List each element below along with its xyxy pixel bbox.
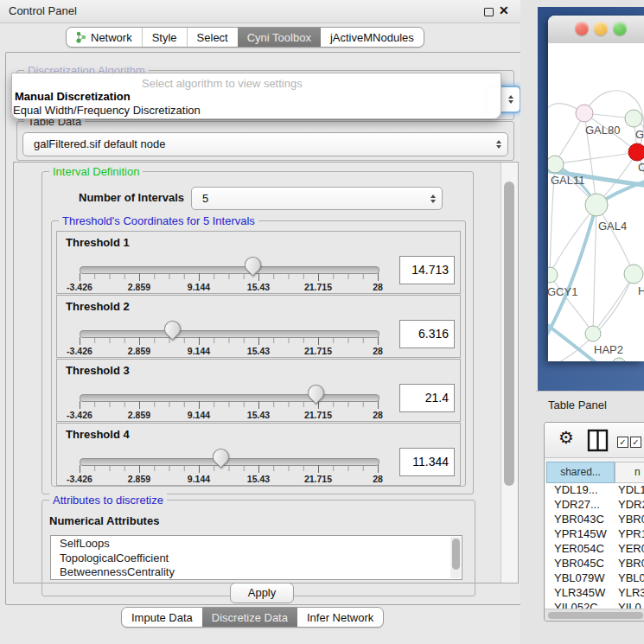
table-row[interactable]: YDL19...YDL1 bbox=[545, 483, 644, 498]
slider-major-tick bbox=[139, 337, 140, 345]
network-node[interactable] bbox=[612, 358, 626, 361]
network-node-label: GAL4 bbox=[598, 220, 627, 233]
cyni-toolbox-panel: Discretization Algorithm Table Data galF… bbox=[5, 52, 521, 605]
slider-major-tick bbox=[199, 465, 200, 473]
threshold-value-box[interactable]: 11.344 bbox=[399, 448, 455, 476]
tab-network[interactable]: Network bbox=[67, 28, 142, 47]
network-node[interactable] bbox=[576, 105, 593, 122]
settings-vertical-scrollbar[interactable] bbox=[501, 163, 518, 583]
dropdown-option-manual[interactable]: Manual Discretization bbox=[15, 90, 131, 103]
network-node[interactable] bbox=[585, 194, 608, 216]
network-window-titlebar[interactable] bbox=[548, 16, 644, 44]
slider-major-tick bbox=[378, 273, 379, 281]
network-node[interactable] bbox=[628, 143, 644, 161]
attribute-list-item[interactable]: BetweennessCentrality bbox=[51, 564, 462, 579]
tab-discretize-data[interactable]: Discretize Data bbox=[202, 608, 297, 627]
network-node[interactable] bbox=[625, 110, 642, 127]
threshold-label: Threshold 1 bbox=[66, 236, 130, 249]
attributes-list-scrollbar[interactable] bbox=[450, 537, 461, 578]
slider-tick-label: 28 bbox=[373, 282, 383, 292]
combo-stepper-icon bbox=[508, 95, 513, 104]
table-row[interactable]: YBR043CYBR0 bbox=[545, 513, 644, 527]
table-row[interactable]: YPR145WYPR1 bbox=[545, 527, 644, 542]
table-row[interactable]: YLR345WYLR3 bbox=[545, 586, 644, 601]
slider-major-tick bbox=[318, 401, 319, 409]
table-row[interactable]: YBR045CYBR0 bbox=[545, 557, 644, 571]
attribute-list-item[interactable]: TopologicalCoefficient bbox=[51, 551, 462, 565]
tab-impute-data[interactable]: Impute Data bbox=[122, 608, 202, 627]
float-window-icon[interactable] bbox=[484, 8, 494, 16]
cell-shared-name: YPR145W bbox=[554, 527, 607, 540]
cell-name: YBR0 bbox=[618, 557, 644, 570]
slider-major-tick bbox=[258, 337, 259, 345]
slider-major-tick bbox=[318, 465, 319, 473]
table-row[interactable]: YIL052CYIL0 bbox=[545, 601, 644, 609]
cell-shared-name: YIL052C bbox=[554, 601, 598, 609]
close-traffic-light-icon[interactable] bbox=[575, 22, 589, 35]
table-row[interactable]: YBL079WYBL0 bbox=[545, 571, 644, 586]
slider-tick-label: 21.715 bbox=[304, 282, 332, 292]
checkbox-icon[interactable]: ✓ bbox=[630, 437, 641, 448]
table-row[interactable]: YDR27...YDR2 bbox=[545, 498, 644, 513]
dropdown-prompt: Select algorithm to view settings bbox=[142, 77, 303, 90]
tab-jactivemnodules[interactable]: jActiveMNodules bbox=[321, 28, 424, 47]
slider-major-tick bbox=[378, 337, 379, 345]
split-columns-icon[interactable] bbox=[587, 429, 609, 452]
tab-cyni-toolbox[interactable]: Cyni Toolbox bbox=[238, 28, 321, 47]
slider-minor-ticks bbox=[80, 402, 378, 407]
column-header-name[interactable]: n bbox=[615, 462, 644, 483]
checkbox-icon[interactable]: ✓ bbox=[617, 437, 628, 448]
tab-style[interactable]: Style bbox=[142, 28, 187, 47]
minimize-traffic-light-icon[interactable] bbox=[594, 22, 608, 35]
slider-major-tick bbox=[80, 273, 80, 281]
zoom-traffic-light-icon[interactable] bbox=[613, 22, 627, 35]
threshold-value-box[interactable]: 6.316 bbox=[399, 320, 455, 348]
number-of-intervals-combobox[interactable]: 5 bbox=[191, 187, 443, 210]
slider-major-tick bbox=[199, 273, 200, 281]
control-panel-titlebar: Control Panel ✕ bbox=[0, 0, 536, 23]
tab-infer-network[interactable]: Infer Network bbox=[297, 608, 383, 627]
slider-major-tick bbox=[378, 401, 379, 409]
slider-major-tick bbox=[139, 465, 140, 473]
network-canvas[interactable]: GAL80GACGAL11GAL4GCY1HHAP2 bbox=[548, 43, 644, 361]
table-horizontal-scrollbar[interactable] bbox=[545, 609, 644, 621]
scrollbar-thumb[interactable] bbox=[504, 182, 514, 486]
threshold-value-box[interactable]: 14.713 bbox=[399, 256, 455, 284]
threshold-2-panel: Threshold 2-3.4262.8599.14415.4321.71528… bbox=[56, 295, 461, 358]
table-rows[interactable]: YDL19...YDL1YDR27...YDR2YBR043CYBR0YPR14… bbox=[545, 483, 644, 609]
slider-tick-label: -3.426 bbox=[67, 410, 92, 420]
dropdown-option-equal-width[interactable]: Equal Width/Frequency Discretization bbox=[13, 104, 201, 117]
attribute-list-item[interactable]: SelfLoops bbox=[51, 536, 462, 551]
table-data-combobox[interactable]: galFiltered.sif default node bbox=[22, 132, 508, 156]
slider-tick-label: 2.859 bbox=[128, 410, 150, 420]
slider-scale: -3.4262.8599.14415.4321.71528 bbox=[80, 401, 378, 420]
slider-tick-label: 2.859 bbox=[128, 474, 150, 484]
cell-name: YPR1 bbox=[618, 527, 644, 540]
close-icon[interactable]: ✕ bbox=[499, 3, 509, 17]
slider-major-tick bbox=[258, 401, 259, 409]
network-node[interactable] bbox=[548, 267, 558, 283]
numerical-attributes-list[interactable]: SelfLoopsTopologicalCoefficientBetweenne… bbox=[50, 535, 462, 580]
table-row[interactable]: YER054CYER0 bbox=[545, 542, 644, 557]
slider-tick-label: 15.43 bbox=[247, 474, 270, 484]
threshold-value-box[interactable]: 21.4 bbox=[399, 384, 455, 412]
slider-tick-label: 28 bbox=[373, 410, 383, 420]
scrollbar-thumb[interactable] bbox=[548, 612, 643, 619]
table-data-selected-value: galFiltered.sif default node bbox=[34, 133, 165, 156]
slider-tick-label: 2.859 bbox=[128, 282, 150, 292]
cell-name: YER0 bbox=[618, 542, 644, 555]
network-node[interactable] bbox=[585, 326, 601, 341]
network-node[interactable] bbox=[548, 156, 564, 173]
slider-tick-label: 9.144 bbox=[188, 346, 210, 356]
network-node-label: GAL11 bbox=[551, 174, 585, 187]
cell-shared-name: YBR043C bbox=[554, 513, 604, 526]
thresholds-group-title: Threshold's Coordinates for 5 Intervals bbox=[59, 214, 258, 227]
column-header-shared[interactable]: shared... bbox=[546, 462, 615, 483]
cell-shared-name: YLR345W bbox=[554, 586, 605, 599]
gear-icon[interactable]: ⚙ bbox=[558, 429, 574, 446]
apply-button[interactable]: Apply bbox=[230, 583, 294, 603]
tab-select[interactable]: Select bbox=[187, 28, 238, 47]
network-node-label: H bbox=[638, 284, 644, 297]
network-node[interactable] bbox=[624, 265, 643, 284]
panel-divider bbox=[536, 391, 644, 392]
